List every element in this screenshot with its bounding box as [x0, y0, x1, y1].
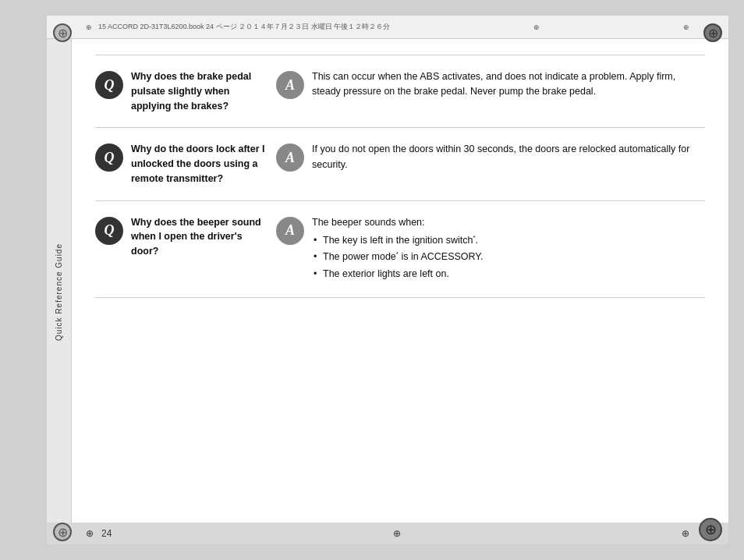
a-circle-3: A [276, 217, 304, 245]
header-bar: ⊕ 15 ACCORD 2D-31T3L6200.book 24 ページ ２０１… [47, 16, 728, 39]
q-icon-3: Q [95, 217, 123, 245]
header-crosshair-mid: ⊕ [533, 23, 540, 31]
q-text-1: Why does the brake pedal pulsate slightl… [131, 69, 267, 113]
q-circle-3: Q [95, 217, 123, 245]
a-circle-2: A [276, 144, 304, 172]
qa-row-1: Q Why does the brake pedal pulsate sligh… [95, 55, 705, 128]
a-text-3-intro: The beeper sounds when: [312, 217, 425, 228]
corner-decoration-bl: ⊕ [53, 523, 72, 541]
qa-q-section-3: Q Why does the beeper sound when I open … [95, 215, 267, 259]
q-text-3: Why does the beeper sound when I open th… [131, 215, 267, 259]
a-list-3: The key is left in the ignition switch*.… [312, 233, 705, 282]
sidebar-label: Quick Reference Guide [55, 243, 63, 341]
q-icon-2: Q [95, 144, 123, 172]
a-text-2: If you do not open the doors within 30 s… [312, 142, 705, 172]
qa-a-section-2: A If you do not open the doors within 30… [276, 142, 705, 172]
footer-crosshair-left: ⊕ [86, 528, 94, 539]
q-text-2: Why do the doors lock after I unlocked t… [131, 142, 267, 186]
q-circle-2: Q [95, 144, 123, 172]
page: Quick Reference Guide Q Why does the bra… [47, 39, 728, 544]
a-icon-2: A [276, 144, 304, 172]
a-circle-1: A [276, 71, 304, 99]
corner-decoration-tl: ⊕ [53, 23, 72, 42]
main-content: Q Why does the brake pedal pulsate sligh… [72, 39, 728, 544]
qa-a-section-1: A This can occur when the ABS activates,… [276, 69, 705, 100]
a-list-item-3-2: The power mode* is in ACCESSORY. [312, 250, 705, 265]
a-list-item-3-3: The exterior lights are left on. [312, 267, 705, 282]
a-list-item-3-1: The key is left in the ignition switch*. [312, 233, 705, 249]
qa-a-section-3: A The beeper sounds when: The key is lef… [276, 215, 705, 284]
header-text: 15 ACCORD 2D-31T3L6200.book 24 ページ ２０１４年… [98, 22, 390, 32]
q-icon-1: Q [95, 71, 123, 99]
qa-row-3: Q Why does the beeper sound when I open … [95, 201, 705, 299]
corner-decoration-br: ⊕ [699, 518, 722, 541]
footer-crosshair-mid: ⊕ [393, 528, 401, 539]
header-crosshair-right: ⊕ [683, 23, 689, 31]
qa-q-section-1: Q Why does the brake pedal pulsate sligh… [95, 69, 267, 113]
qa-row-2: Q Why do the doors lock after I unlocked… [95, 128, 705, 200]
a-text-3: The beeper sounds when: The key is left … [312, 215, 705, 284]
a-icon-3: A [276, 217, 304, 245]
sidebar: Quick Reference Guide [47, 39, 72, 544]
a-text-1: This can occur when the ABS activates, a… [312, 69, 705, 100]
a-icon-1: A [276, 71, 304, 99]
page-number: 24 [94, 528, 112, 539]
corner-decoration-tr: ⊕ [703, 23, 722, 42]
q-circle-1: Q [95, 71, 123, 99]
qa-q-section-2: Q Why do the doors lock after I unlocked… [95, 142, 267, 186]
footer-bar: ⊕ 24 ⊕ ⊕ [47, 523, 728, 544]
header-crosshair-left: ⊕ [86, 23, 92, 31]
footer-crosshair-right: ⊕ [682, 528, 689, 539]
